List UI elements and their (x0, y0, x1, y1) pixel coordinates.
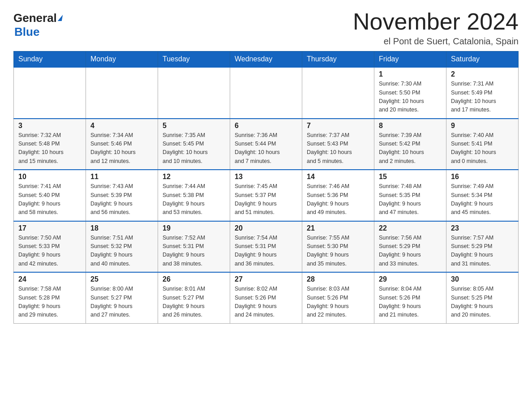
day-number: 11 (90, 173, 153, 181)
calendar-cell: 13Sunrise: 7:45 AM Sunset: 5:37 PM Dayli… (230, 170, 302, 221)
day-number: 15 (379, 173, 442, 181)
month-title: November 2024 (353, 9, 519, 34)
day-info: Sunrise: 7:48 AM Sunset: 5:35 PM Dayligh… (379, 182, 442, 217)
day-info: Sunrise: 7:55 AM Sunset: 5:30 PM Dayligh… (307, 234, 369, 269)
logo-general: General (13, 11, 57, 25)
day-number: 25 (90, 275, 153, 283)
calendar-cell: 4Sunrise: 7:34 AM Sunset: 5:46 PM Daylig… (86, 119, 158, 170)
day-info: Sunrise: 8:01 AM Sunset: 5:27 PM Dayligh… (163, 285, 225, 320)
day-info: Sunrise: 7:50 AM Sunset: 5:33 PM Dayligh… (18, 234, 81, 269)
title-area: November 2024 el Pont de Suert, Cataloni… (353, 9, 519, 47)
day-info: Sunrise: 8:03 AM Sunset: 5:26 PM Dayligh… (307, 285, 369, 320)
day-number: 6 (235, 122, 297, 130)
calendar-cell: 9Sunrise: 7:40 AM Sunset: 5:41 PM Daylig… (446, 119, 519, 170)
week-row-5: 24Sunrise: 7:58 AM Sunset: 5:28 PM Dayli… (14, 272, 519, 323)
calendar-cell: 30Sunrise: 8:05 AM Sunset: 5:25 PM Dayli… (446, 272, 519, 323)
calendar-cell (230, 67, 302, 119)
calendar-cell: 25Sunrise: 8:00 AM Sunset: 5:27 PM Dayli… (86, 272, 158, 323)
day-info: Sunrise: 7:56 AM Sunset: 5:29 PM Dayligh… (379, 234, 442, 269)
calendar-cell: 16Sunrise: 7:49 AM Sunset: 5:34 PM Dayli… (446, 170, 519, 221)
day-info: Sunrise: 7:46 AM Sunset: 5:36 PM Dayligh… (307, 182, 369, 217)
day-number: 26 (163, 275, 225, 283)
weekday-header-tuesday: Tuesday (158, 51, 230, 68)
day-number: 13 (235, 173, 297, 181)
weekday-header-thursday: Thursday (302, 51, 374, 68)
calendar-cell (86, 67, 158, 119)
calendar-cell: 3Sunrise: 7:32 AM Sunset: 5:48 PM Daylig… (14, 119, 86, 170)
day-info: Sunrise: 7:36 AM Sunset: 5:44 PM Dayligh… (235, 131, 297, 166)
day-info: Sunrise: 7:31 AM Sunset: 5:49 PM Dayligh… (451, 80, 514, 115)
calendar-cell: 17Sunrise: 7:50 AM Sunset: 5:33 PM Dayli… (14, 221, 86, 273)
calendar-header-row: SundayMondayTuesdayWednesdayThursdayFrid… (14, 51, 519, 68)
location: el Pont de Suert, Catalonia, Spain (353, 36, 519, 47)
day-number: 14 (307, 173, 369, 181)
day-number: 9 (451, 122, 514, 130)
day-info: Sunrise: 8:04 AM Sunset: 5:26 PM Dayligh… (379, 285, 442, 320)
weekday-header-saturday: Saturday (446, 51, 519, 68)
week-row-1: 1Sunrise: 7:30 AM Sunset: 5:50 PM Daylig… (14, 67, 519, 119)
day-number: 7 (307, 122, 369, 130)
calendar-cell: 22Sunrise: 7:56 AM Sunset: 5:29 PM Dayli… (374, 221, 446, 273)
calendar-cell (302, 67, 374, 119)
week-row-4: 17Sunrise: 7:50 AM Sunset: 5:33 PM Dayli… (14, 221, 519, 273)
calendar-cell: 1Sunrise: 7:30 AM Sunset: 5:50 PM Daylig… (374, 67, 446, 119)
day-info: Sunrise: 7:35 AM Sunset: 5:45 PM Dayligh… (163, 131, 225, 166)
day-info: Sunrise: 7:54 AM Sunset: 5:31 PM Dayligh… (235, 234, 297, 269)
week-row-2: 3Sunrise: 7:32 AM Sunset: 5:48 PM Daylig… (14, 119, 519, 170)
day-number: 8 (379, 122, 442, 130)
day-number: 12 (163, 173, 225, 181)
day-number: 3 (18, 122, 81, 130)
calendar-cell: 20Sunrise: 7:54 AM Sunset: 5:31 PM Dayli… (230, 221, 302, 273)
calendar-cell: 6Sunrise: 7:36 AM Sunset: 5:44 PM Daylig… (230, 119, 302, 170)
day-info: Sunrise: 7:43 AM Sunset: 5:39 PM Dayligh… (90, 182, 153, 217)
day-number: 10 (18, 173, 81, 181)
day-info: Sunrise: 7:41 AM Sunset: 5:40 PM Dayligh… (18, 182, 81, 217)
calendar-cell: 28Sunrise: 8:03 AM Sunset: 5:26 PM Dayli… (302, 272, 374, 323)
day-number: 29 (379, 275, 442, 283)
day-number: 5 (163, 122, 225, 130)
calendar-cell: 19Sunrise: 7:52 AM Sunset: 5:31 PM Dayli… (158, 221, 230, 273)
day-number: 2 (451, 70, 514, 78)
day-number: 17 (18, 224, 81, 232)
calendar-cell: 8Sunrise: 7:39 AM Sunset: 5:42 PM Daylig… (374, 119, 446, 170)
calendar-cell (158, 67, 230, 119)
calendar-cell: 27Sunrise: 8:02 AM Sunset: 5:26 PM Dayli… (230, 272, 302, 323)
day-info: Sunrise: 7:49 AM Sunset: 5:34 PM Dayligh… (451, 182, 514, 217)
calendar-cell: 29Sunrise: 8:04 AM Sunset: 5:26 PM Dayli… (374, 272, 446, 323)
calendar-cell: 21Sunrise: 7:55 AM Sunset: 5:30 PM Dayli… (302, 221, 374, 273)
logo: General Blue (13, 9, 62, 39)
day-info: Sunrise: 7:30 AM Sunset: 5:50 PM Dayligh… (379, 80, 442, 115)
day-number: 4 (90, 122, 153, 130)
logo-triangle-icon (58, 15, 63, 21)
day-info: Sunrise: 7:52 AM Sunset: 5:31 PM Dayligh… (163, 234, 225, 269)
page-header: General Blue November 2024 el Pont de Su… (13, 9, 519, 47)
day-number: 20 (235, 224, 297, 232)
calendar-cell: 14Sunrise: 7:46 AM Sunset: 5:36 PM Dayli… (302, 170, 374, 221)
day-info: Sunrise: 7:39 AM Sunset: 5:42 PM Dayligh… (379, 131, 442, 166)
day-number: 19 (163, 224, 225, 232)
calendar-table: SundayMondayTuesdayWednesdayThursdayFrid… (13, 51, 519, 324)
calendar-cell: 10Sunrise: 7:41 AM Sunset: 5:40 PM Dayli… (14, 170, 86, 221)
calendar-cell: 11Sunrise: 7:43 AM Sunset: 5:39 PM Dayli… (86, 170, 158, 221)
weekday-header-sunday: Sunday (14, 51, 86, 68)
weekday-header-friday: Friday (374, 51, 446, 68)
day-number: 27 (235, 275, 297, 283)
day-number: 22 (379, 224, 442, 232)
weekday-header-monday: Monday (86, 51, 158, 68)
day-number: 1 (379, 70, 442, 78)
calendar-cell (14, 67, 86, 119)
day-info: Sunrise: 7:58 AM Sunset: 5:28 PM Dayligh… (18, 285, 81, 320)
day-info: Sunrise: 8:02 AM Sunset: 5:26 PM Dayligh… (235, 285, 297, 320)
calendar-cell: 5Sunrise: 7:35 AM Sunset: 5:45 PM Daylig… (158, 119, 230, 170)
day-number: 28 (307, 275, 369, 283)
calendar-cell: 15Sunrise: 7:48 AM Sunset: 5:35 PM Dayli… (374, 170, 446, 221)
day-info: Sunrise: 7:34 AM Sunset: 5:46 PM Dayligh… (90, 131, 153, 166)
day-info: Sunrise: 7:57 AM Sunset: 5:29 PM Dayligh… (451, 234, 514, 269)
weekday-header-wednesday: Wednesday (230, 51, 302, 68)
calendar-cell: 12Sunrise: 7:44 AM Sunset: 5:38 PM Dayli… (158, 170, 230, 221)
day-info: Sunrise: 8:05 AM Sunset: 5:25 PM Dayligh… (451, 285, 514, 320)
day-info: Sunrise: 8:00 AM Sunset: 5:27 PM Dayligh… (90, 285, 153, 320)
day-info: Sunrise: 7:45 AM Sunset: 5:37 PM Dayligh… (235, 182, 297, 217)
day-number: 24 (18, 275, 81, 283)
day-number: 16 (451, 173, 514, 181)
